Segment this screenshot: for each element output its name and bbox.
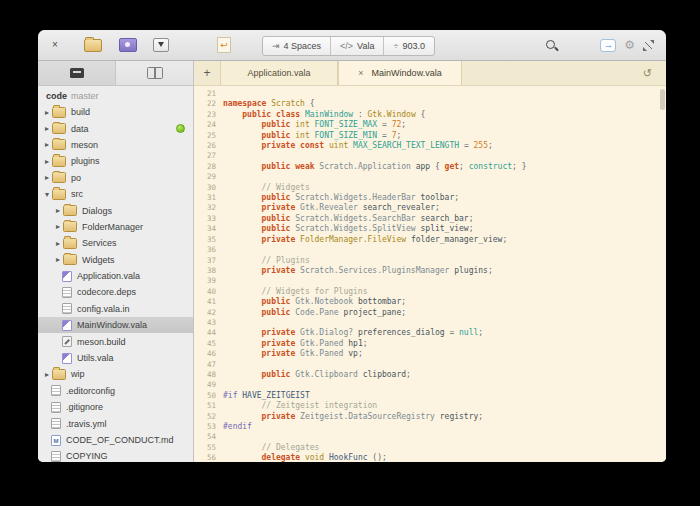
code-line: public class MainWindow : Gtk.Window { [223, 110, 666, 120]
text-file-icon [51, 385, 61, 396]
templates-button[interactable] [102, 38, 137, 52]
folder-icon [63, 205, 77, 216]
tab-bar: + Application.vala × MainWindow.vala ↺ [194, 61, 666, 86]
code-line: public Scratch.Widgets.HeaderBar toolbar… [223, 193, 666, 203]
chevron-right-icon: ▸ [53, 239, 63, 248]
closed-tabs-history-button[interactable]: ↺ [637, 66, 658, 81]
code-line: delegate void HookFunc (); [223, 453, 666, 462]
goto-line-selector[interactable]: ÷ 903.0 [383, 37, 433, 55]
save-as-button[interactable] [137, 38, 169, 52]
vala-file-icon [62, 320, 72, 331]
tree-item-utils-vala[interactable]: Utils.vala [38, 350, 193, 366]
line-number: 47 [194, 360, 216, 370]
code-line [223, 172, 666, 182]
tree-item-foldermanager[interactable]: ▸FolderManager [38, 219, 193, 235]
revert-icon: ↩ [217, 37, 231, 53]
search-button[interactable] [545, 39, 558, 52]
tree-item-editorconfig[interactable]: .editorconfig [38, 383, 193, 399]
chevron-right-icon: ▸ [53, 222, 63, 231]
code-line: public int FONT_SIZE_MAX = 72; [223, 120, 666, 130]
line-number: 31 [194, 193, 216, 203]
tree-item-code-of-conduct-md[interactable]: MCODE_OF_CONDUCT.md [38, 432, 193, 448]
line-number: 49 [194, 380, 216, 390]
code-line: namespace Scratch { [223, 99, 666, 109]
text-file-icon [62, 287, 72, 298]
folder-icon [52, 107, 66, 118]
open-file-button[interactable] [62, 39, 102, 52]
tree-item-label: Application.vala [77, 271, 140, 281]
sidebar: code master ▸build▸data▸meson▸plugins▸po… [38, 61, 194, 462]
tab-mainwindow-vala[interactable]: × MainWindow.vala [338, 61, 462, 85]
line-number: 39 [194, 276, 216, 286]
build-file-icon [62, 336, 72, 347]
window-close-button[interactable]: × [48, 38, 62, 52]
tree-item-src[interactable]: ▾src [38, 186, 193, 202]
templates-icon [119, 38, 137, 52]
tree-item-po[interactable]: ▸po [38, 170, 193, 186]
revert-button[interactable]: ↩ [169, 37, 231, 53]
chevron-right-icon: ▸ [53, 206, 63, 215]
tree-item-widgets[interactable]: ▸Widgets [38, 252, 193, 268]
split-view-button[interactable] [115, 61, 193, 85]
tree-item-meson-build[interactable]: meson.build [38, 333, 193, 349]
line-number: 45 [194, 339, 216, 349]
tree-item-label: .travis.yml [66, 419, 107, 429]
scrollbar-thumb[interactable] [660, 89, 665, 110]
tree-item-gitignore[interactable]: .gitignore [38, 399, 193, 415]
line-number: 29 [194, 172, 216, 182]
tree-item-mainwindow-vala[interactable]: MainWindow.vala [38, 317, 193, 333]
tab-label: Application.vala [247, 68, 310, 78]
line-number: 30 [194, 183, 216, 193]
code-line: public Code.Pane project_pane; [223, 308, 666, 318]
code-line [223, 360, 666, 370]
line-number: 26 [194, 141, 216, 151]
text-file-icon [62, 303, 72, 314]
code-editor-window: × ↩ ⇥ 4 Spaces </> Vala ÷ 903.0 [38, 30, 666, 462]
settings-gear-button[interactable]: ⚙ [624, 39, 635, 52]
files-view-button[interactable] [38, 61, 115, 85]
line-number: 25 [194, 131, 216, 141]
tab-application-vala[interactable]: Application.vala [220, 61, 338, 85]
tree-item-services[interactable]: ▸Services [38, 235, 193, 251]
line-number: 22 [194, 99, 216, 109]
project-header[interactable]: code master [38, 88, 193, 104]
tree-item-plugins[interactable]: ▸plugins [38, 153, 193, 169]
tree-item-copying[interactable]: COPYING [38, 448, 193, 462]
code-line: private Zeitgeist.DataSourceRegistry reg… [223, 412, 666, 422]
source-editor[interactable]: 2122232425262728293031323334353637383940… [194, 86, 666, 462]
indentation-selector[interactable]: ⇥ 4 Spaces [263, 37, 330, 55]
code-line [223, 432, 666, 442]
window-content: code master ▸build▸data▸meson▸plugins▸po… [38, 61, 666, 462]
line-number: 21 [194, 89, 216, 99]
code-content: namespace Scratch { public class MainWin… [220, 86, 666, 462]
code-line: public Gtk.Notebook bottombar; [223, 297, 666, 307]
tree-item-config-vala-in[interactable]: config.vala.in [38, 301, 193, 317]
tree-item-application-vala[interactable]: Application.vala [38, 268, 193, 284]
tree-item-dialogs[interactable]: ▸Dialogs [38, 202, 193, 218]
desktop-background: × ↩ ⇥ 4 Spaces </> Vala ÷ 903.0 [0, 0, 700, 506]
folder-icon [52, 189, 66, 200]
code-line: private FolderManager.FileView folder_ma… [223, 235, 666, 245]
code-line: // Plugins [223, 256, 666, 266]
code-line: // Widgets [223, 183, 666, 193]
line-number: 27 [194, 151, 216, 161]
code-line: #if HAVE_ZEITGEIST [223, 391, 666, 401]
share-button[interactable]: → [600, 39, 616, 52]
tree-item-build[interactable]: ▸build [38, 104, 193, 120]
line-number: 32 [194, 203, 216, 213]
tree-item-data[interactable]: ▸data [38, 120, 193, 136]
folder-icon [52, 172, 66, 183]
language-selector[interactable]: </> Vala [330, 37, 383, 55]
fullscreen-expand-button[interactable] [643, 40, 654, 51]
chevron-right-icon: ▸ [42, 140, 52, 149]
tree-item-wip[interactable]: ▸wip [38, 366, 193, 382]
tree-item-travis-yml[interactable]: .travis.yml [38, 415, 193, 431]
tree-item-meson[interactable]: ▸meson [38, 137, 193, 153]
split-view-icon [147, 67, 163, 79]
line-number: 38 [194, 266, 216, 276]
new-tab-button[interactable]: + [194, 61, 220, 85]
tree-item-label: FolderManager [82, 222, 143, 232]
tree-item-codecore-deps[interactable]: codecore.deps [38, 284, 193, 300]
tab-close-icon[interactable]: × [358, 68, 363, 78]
expand-icon [645, 42, 652, 49]
